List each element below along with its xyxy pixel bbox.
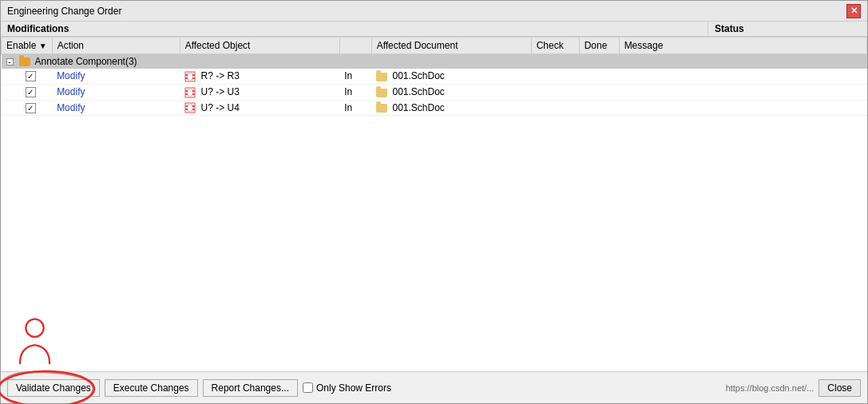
row2-message-cell <box>619 84 866 100</box>
close-icon[interactable]: ✕ <box>846 4 861 18</box>
svg-rect-7 <box>185 90 188 92</box>
svg-rect-15 <box>192 105 195 107</box>
row2-enable-cell <box>2 84 53 100</box>
row2-in-cell: In <box>339 84 371 100</box>
row3-obj-cell: U? -> U4 <box>180 100 339 116</box>
row2-action-cell: Modify <box>52 84 180 100</box>
row3-checkbox[interactable] <box>26 103 36 113</box>
row2-obj-cell: U? -> U3 <box>180 84 339 100</box>
row2-action-text: Modify <box>57 86 85 97</box>
col-header-affected-document: Affected Document <box>371 38 531 54</box>
row2-doc-icon <box>376 89 387 97</box>
col-header-check: Check <box>531 38 579 54</box>
svg-rect-10 <box>192 93 195 95</box>
table-row: Modify U <box>2 84 867 100</box>
svg-rect-17 <box>188 105 192 111</box>
report-changes-button[interactable]: Report Changes... <box>203 379 298 397</box>
row1-check-cell <box>531 69 579 84</box>
dialog-title: Engineering Change Order <box>7 6 121 17</box>
col-header-enable: Enable ▼ <box>2 38 53 54</box>
row1-done-cell <box>579 69 619 84</box>
svg-rect-3 <box>192 74 195 76</box>
row3-enable-cell <box>2 100 53 116</box>
row1-action-text: Modify <box>57 70 85 81</box>
row2-checkbox[interactable] <box>26 87 36 97</box>
row1-in-cell: In <box>339 69 371 84</box>
row1-action-cell: Modify <box>52 69 180 84</box>
col-header-message: Message <box>619 38 866 54</box>
row1-checkbox[interactable] <box>26 71 36 81</box>
row3-obj-text: U? -> U4 <box>200 102 239 113</box>
svg-rect-11 <box>188 89 192 96</box>
only-show-errors-label: Only Show Errors <box>303 382 391 394</box>
row3-doc-cell: 001.SchDoc <box>371 100 531 116</box>
svg-rect-9 <box>192 90 195 92</box>
col-header-in <box>339 38 371 54</box>
row1-obj-icon <box>184 71 196 82</box>
row3-done-cell <box>579 100 619 116</box>
svg-rect-4 <box>192 77 195 79</box>
url-text: https://blog.csdn.net/... <box>396 383 814 393</box>
col-header-done: Done <box>579 38 619 54</box>
row1-message-cell <box>619 69 866 84</box>
group-folder-icon <box>19 57 30 66</box>
bottom-bar: Validate Changes Execute Changes Report … <box>1 371 867 403</box>
row2-obj-icon <box>184 87 196 98</box>
svg-rect-14 <box>185 109 188 110</box>
row3-message-cell <box>619 100 866 116</box>
row1-obj-text: R? -> R3 <box>200 70 239 81</box>
svg-rect-5 <box>188 73 192 80</box>
modifications-table-area: Enable ▼ Action Affected Object Affected… <box>1 37 867 371</box>
modifications-table: Enable ▼ Action Affected Object Affected… <box>1 37 867 116</box>
row1-doc-text: 001.SchDoc <box>392 70 444 81</box>
row2-obj-text: U? -> U3 <box>200 86 239 97</box>
svg-rect-16 <box>192 109 195 110</box>
row2-done-cell <box>579 84 619 100</box>
table-row: Modify R <box>2 69 867 84</box>
only-show-errors-checkbox[interactable] <box>303 382 313 393</box>
col-header-action: Action <box>52 38 180 54</box>
row3-in-cell: In <box>339 100 371 116</box>
row2-doc-text: 001.SchDoc <box>392 86 444 97</box>
row1-doc-cell: 001.SchDoc <box>371 69 531 84</box>
svg-rect-8 <box>185 93 188 95</box>
collapse-icon[interactable]: - <box>6 58 14 65</box>
row1-doc-icon <box>376 73 387 81</box>
svg-rect-13 <box>185 105 188 107</box>
title-bar: Engineering Change Order ✕ <box>1 1 867 22</box>
validate-changes-wrapper: Validate Changes <box>7 379 100 397</box>
execute-changes-button[interactable]: Execute Changes <box>105 379 198 397</box>
row3-doc-icon <box>376 104 387 113</box>
row1-enable-cell <box>2 69 53 84</box>
modifications-section-header: Modifications <box>1 22 707 36</box>
status-section-header: Status <box>707 22 867 36</box>
row3-check-cell <box>531 100 579 116</box>
row2-doc-cell: 001.SchDoc <box>371 84 531 100</box>
row3-obj-icon <box>184 102 196 113</box>
validate-changes-button[interactable]: Validate Changes <box>7 379 100 397</box>
group-label: Annotate Component(3) <box>35 56 137 67</box>
table-row: Modify U <box>2 100 867 116</box>
close-button[interactable]: Close <box>818 379 861 397</box>
svg-rect-2 <box>185 77 188 79</box>
row3-action-text: Modify <box>57 102 85 113</box>
row1-obj-cell: R? -> R3 <box>180 69 339 84</box>
row3-action-cell: Modify <box>52 100 180 116</box>
group-row-annotate: - Annotate Component(3) <box>2 54 867 69</box>
engineering-change-order-dialog: Engineering Change Order ✕ Modifications… <box>0 0 868 404</box>
row3-doc-text: 001.SchDoc <box>392 102 444 113</box>
svg-rect-1 <box>185 74 188 76</box>
col-header-affected-object: Affected Object <box>180 38 339 54</box>
row2-check-cell <box>531 84 579 100</box>
